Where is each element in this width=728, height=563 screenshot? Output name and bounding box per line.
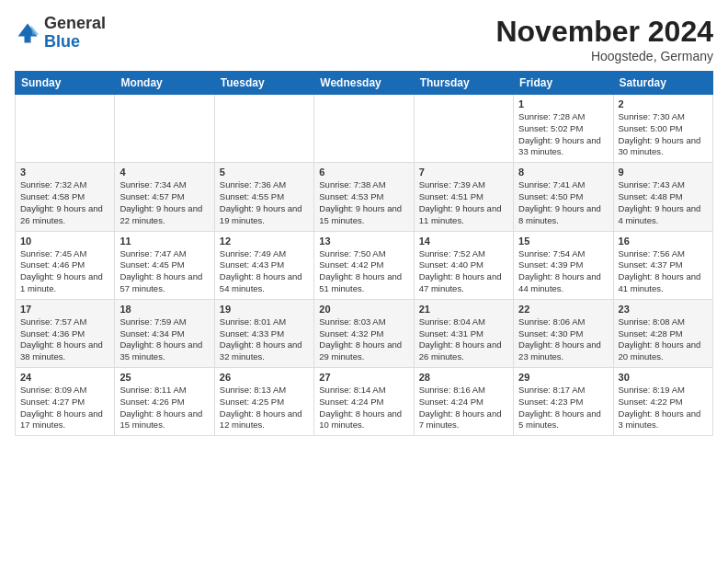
weekday-header-tuesday: Tuesday (214, 72, 313, 95)
calendar-cell: 23Sunrise: 8:08 AM Sunset: 4:28 PM Dayli… (613, 299, 712, 367)
calendar-cell: 6Sunrise: 7:38 AM Sunset: 4:53 PM Daylig… (314, 163, 414, 231)
calendar-cell: 22Sunrise: 8:06 AM Sunset: 4:30 PM Dayli… (514, 299, 613, 367)
day-info: Sunrise: 8:17 AM Sunset: 4:23 PM Dayligh… (518, 385, 608, 431)
day-info: Sunrise: 8:01 AM Sunset: 4:33 PM Dayligh… (220, 316, 309, 363)
day-number: 14 (419, 236, 508, 247)
calendar-cell: 7Sunrise: 7:39 AM Sunset: 4:51 PM Daylig… (414, 163, 513, 231)
day-info: Sunrise: 7:57 AM Sunset: 4:36 PM Dayligh… (20, 316, 109, 363)
day-number: 16 (619, 236, 708, 247)
day-number: 13 (319, 236, 408, 247)
day-info: Sunrise: 7:49 AM Sunset: 4:43 PM Dayligh… (220, 248, 309, 295)
day-number: 6 (319, 167, 408, 178)
day-info: Sunrise: 7:43 AM Sunset: 4:48 PM Dayligh… (619, 179, 708, 226)
day-info: Sunrise: 7:54 AM Sunset: 4:39 PM Dayligh… (518, 248, 608, 295)
day-number: 29 (518, 372, 608, 383)
day-info: Sunrise: 7:41 AM Sunset: 4:50 PM Dayligh… (518, 179, 608, 226)
day-info: Sunrise: 7:32 AM Sunset: 4:58 PM Dayligh… (20, 179, 109, 226)
weekday-header-wednesday: Wednesday (314, 72, 414, 95)
day-number: 12 (220, 236, 309, 247)
logo-general: General (44, 15, 106, 33)
day-number: 7 (419, 167, 508, 178)
calendar-cell: 15Sunrise: 7:54 AM Sunset: 4:39 PM Dayli… (514, 231, 613, 299)
day-number: 1 (518, 98, 608, 109)
calendar: SundayMondayTuesdayWednesdayThursdayFrid… (15, 71, 713, 436)
day-info: Sunrise: 7:50 AM Sunset: 4:42 PM Dayligh… (319, 248, 408, 295)
calendar-cell: 18Sunrise: 7:59 AM Sunset: 4:34 PM Dayli… (115, 299, 214, 367)
calendar-cell (414, 95, 513, 163)
day-number: 21 (419, 304, 508, 315)
day-number: 18 (119, 304, 209, 315)
calendar-cell: 27Sunrise: 8:14 AM Sunset: 4:24 PM Dayli… (314, 368, 414, 436)
title-block: November 2024 Hoogstede, Germany (495, 15, 713, 63)
weekday-header-thursday: Thursday (414, 72, 513, 95)
day-number: 11 (119, 236, 209, 247)
day-number: 9 (619, 167, 708, 178)
day-number: 3 (20, 167, 109, 178)
calendar-cell: 19Sunrise: 8:01 AM Sunset: 4:33 PM Dayli… (214, 299, 313, 367)
day-info: Sunrise: 8:13 AM Sunset: 4:25 PM Dayligh… (220, 385, 309, 431)
calendar-cell: 8Sunrise: 7:41 AM Sunset: 4:50 PM Daylig… (514, 163, 613, 231)
calendar-cell (214, 95, 313, 163)
calendar-cell: 14Sunrise: 7:52 AM Sunset: 4:40 PM Dayli… (414, 231, 513, 299)
calendar-cell: 17Sunrise: 7:57 AM Sunset: 4:36 PM Dayli… (16, 299, 115, 367)
calendar-cell: 2Sunrise: 7:30 AM Sunset: 5:00 PM Daylig… (613, 95, 712, 163)
day-info: Sunrise: 8:19 AM Sunset: 4:22 PM Dayligh… (619, 385, 708, 431)
day-info: Sunrise: 8:04 AM Sunset: 4:31 PM Dayligh… (419, 316, 508, 363)
weekday-header-saturday: Saturday (613, 72, 712, 95)
day-number: 30 (619, 372, 708, 383)
day-number: 2 (619, 98, 708, 109)
calendar-cell: 5Sunrise: 7:36 AM Sunset: 4:55 PM Daylig… (214, 163, 313, 231)
day-number: 4 (119, 167, 209, 178)
weekday-header-sunday: Sunday (16, 72, 115, 95)
calendar-cell: 28Sunrise: 8:16 AM Sunset: 4:24 PM Dayli… (414, 368, 513, 436)
day-number: 23 (619, 304, 708, 315)
calendar-cell: 24Sunrise: 8:09 AM Sunset: 4:27 PM Dayli… (16, 368, 115, 436)
day-number: 24 (20, 372, 109, 383)
day-info: Sunrise: 7:39 AM Sunset: 4:51 PM Dayligh… (419, 179, 508, 226)
day-info: Sunrise: 7:59 AM Sunset: 4:34 PM Dayligh… (119, 316, 209, 363)
day-number: 26 (220, 372, 309, 383)
day-info: Sunrise: 8:08 AM Sunset: 4:28 PM Dayligh… (619, 316, 708, 363)
day-info: Sunrise: 7:45 AM Sunset: 4:46 PM Dayligh… (20, 248, 109, 295)
day-info: Sunrise: 7:38 AM Sunset: 4:53 PM Dayligh… (319, 179, 408, 226)
location: Hoogstede, Germany (495, 49, 713, 63)
day-number: 5 (220, 167, 309, 178)
calendar-cell: 29Sunrise: 8:17 AM Sunset: 4:23 PM Dayli… (514, 368, 613, 436)
calendar-cell: 10Sunrise: 7:45 AM Sunset: 4:46 PM Dayli… (16, 231, 115, 299)
day-number: 20 (319, 304, 408, 315)
day-info: Sunrise: 7:52 AM Sunset: 4:40 PM Dayligh… (419, 248, 508, 295)
logo-text: General Blue (44, 15, 106, 52)
calendar-week-1: 1Sunrise: 7:28 AM Sunset: 5:02 PM Daylig… (16, 95, 713, 163)
calendar-cell: 26Sunrise: 8:13 AM Sunset: 4:25 PM Dayli… (214, 368, 313, 436)
day-info: Sunrise: 7:34 AM Sunset: 4:57 PM Dayligh… (119, 179, 209, 226)
weekday-header-monday: Monday (115, 72, 214, 95)
day-number: 8 (518, 167, 608, 178)
day-info: Sunrise: 7:56 AM Sunset: 4:37 PM Dayligh… (619, 248, 708, 295)
calendar-cell: 25Sunrise: 8:11 AM Sunset: 4:26 PM Dayli… (115, 368, 214, 436)
day-number: 19 (220, 304, 309, 315)
day-number: 10 (20, 236, 109, 247)
day-info: Sunrise: 8:03 AM Sunset: 4:32 PM Dayligh… (319, 316, 408, 363)
calendar-week-3: 10Sunrise: 7:45 AM Sunset: 4:46 PM Dayli… (16, 231, 713, 299)
calendar-week-4: 17Sunrise: 7:57 AM Sunset: 4:36 PM Dayli… (16, 299, 713, 367)
day-info: Sunrise: 8:11 AM Sunset: 4:26 PM Dayligh… (119, 385, 209, 431)
day-number: 28 (419, 372, 508, 383)
calendar-cell: 9Sunrise: 7:43 AM Sunset: 4:48 PM Daylig… (613, 163, 712, 231)
logo-icon (15, 20, 40, 46)
calendar-cell: 4Sunrise: 7:34 AM Sunset: 4:57 PM Daylig… (115, 163, 214, 231)
calendar-cell (314, 95, 414, 163)
calendar-cell: 3Sunrise: 7:32 AM Sunset: 4:58 PM Daylig… (16, 163, 115, 231)
logo-blue: Blue (44, 33, 106, 52)
calendar-cell (16, 95, 115, 163)
page-header: General Blue November 2024 Hoogstede, Ge… (15, 15, 713, 63)
day-number: 15 (518, 236, 608, 247)
day-number: 17 (20, 304, 109, 315)
day-info: Sunrise: 8:16 AM Sunset: 4:24 PM Dayligh… (419, 385, 508, 431)
calendar-cell (115, 95, 214, 163)
calendar-cell: 1Sunrise: 7:28 AM Sunset: 5:02 PM Daylig… (514, 95, 613, 163)
day-info: Sunrise: 8:06 AM Sunset: 4:30 PM Dayligh… (518, 316, 608, 363)
day-number: 22 (518, 304, 608, 315)
day-info: Sunrise: 7:30 AM Sunset: 5:00 PM Dayligh… (619, 111, 708, 158)
weekday-header-friday: Friday (514, 72, 613, 95)
day-info: Sunrise: 7:28 AM Sunset: 5:02 PM Dayligh… (518, 111, 608, 158)
